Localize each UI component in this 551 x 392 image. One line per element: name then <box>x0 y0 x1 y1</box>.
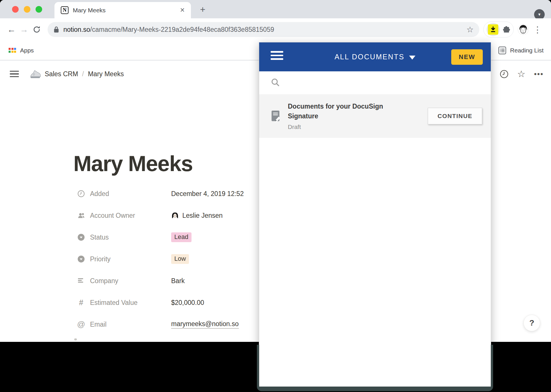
property-row-estimated-value[interactable]: # Estimated Value $20,000.00 <box>77 292 260 313</box>
email-link[interactable]: marymeeks@notion.so <box>171 320 239 329</box>
reload-button[interactable] <box>30 23 43 36</box>
document-title: Documents for your DocuSign Signature <box>288 102 400 121</box>
apps-grid-icon <box>9 48 16 53</box>
number-hash-icon: # <box>77 298 85 307</box>
browser-tab[interactable]: N Mary Meeks × <box>54 2 191 18</box>
continue-button[interactable]: CONTINUE <box>428 108 482 124</box>
screenshot-stage: N Mary Meeks × + ▼ ← → <box>0 0 551 392</box>
priority-badge: Low <box>171 254 189 264</box>
email-at-icon: @ <box>77 320 85 329</box>
reading-list-button[interactable]: Reading List <box>498 46 544 54</box>
docusign-extension-button[interactable] <box>486 23 500 36</box>
property-value-owner[interactable]: Leslie Jensen <box>171 212 223 219</box>
sidebar-menu-icon[interactable] <box>10 71 19 77</box>
property-value-status[interactable]: Lead <box>171 232 192 242</box>
chevron-down-icon: ▼ <box>538 12 541 17</box>
page-more-button[interactable]: ••• <box>534 70 544 79</box>
notion-page-actions: ☆ ••• <box>500 68 544 79</box>
property-label: Company <box>90 277 171 285</box>
docusign-empty-body <box>259 138 491 389</box>
property-label: Account Owner <box>90 212 171 219</box>
url-path: /camacme/Mary-Meeks-2219a2de94fe48eca80f… <box>90 26 274 33</box>
help-button[interactable]: ? <box>523 315 540 331</box>
profile-avatar[interactable] <box>518 24 529 35</box>
select-dropdown-icon <box>77 234 85 241</box>
sneaker-page-icon <box>30 69 41 79</box>
property-value-priority[interactable]: Low <box>171 254 189 264</box>
breadcrumb-root[interactable]: Sales CRM <box>45 70 78 78</box>
property-table: Added December 4, 2019 12:52 Account Own… <box>77 183 260 335</box>
apps-label: Apps <box>20 47 34 54</box>
bookmark-star-icon[interactable]: ☆ <box>463 25 474 34</box>
notion-favicon: N <box>61 6 69 14</box>
question-mark-icon: ? <box>529 318 534 328</box>
property-row-added[interactable]: Added December 4, 2019 12:52 <box>77 183 260 205</box>
breadcrumb-separator: / <box>82 70 84 78</box>
property-label: Status <box>90 234 171 241</box>
url-host: notion.so <box>63 26 90 33</box>
url-text: notion.so/camacme/Mary-Meeks-2219a2de94f… <box>63 26 274 34</box>
property-row-email[interactable]: @ Email marymeeks@notion.so <box>77 313 260 335</box>
document-info: Documents for your DocuSign Signature Dr… <box>288 102 400 130</box>
user-face-icon <box>518 24 529 35</box>
property-label: Added <box>90 190 171 198</box>
text-lines-icon <box>77 278 85 284</box>
owner-avatar <box>171 212 179 219</box>
property-label: Email <box>90 321 171 328</box>
property-value-added[interactable]: December 4, 2019 12:52 <box>171 190 244 198</box>
search-icon <box>271 78 280 87</box>
tab-title: Mary Meeks <box>73 7 105 14</box>
property-value-estimated[interactable]: $20,000.00 <box>171 299 204 307</box>
page-title[interactable]: Mary Meeks <box>73 151 193 176</box>
extensions-puzzle-button[interactable] <box>502 25 511 34</box>
docusign-panel: ALL DOCUMENTS NEW Docu <box>259 42 491 389</box>
window-controls <box>12 0 42 18</box>
browser-toolbar: ← → notion.so/camacme/Mary-Meeks-2219a2d… <box>0 18 551 41</box>
reading-list-label: Reading List <box>510 47 544 54</box>
docusign-search-row[interactable] <box>259 71 491 94</box>
clipped-next-property <box>74 338 77 340</box>
reading-list-icon <box>498 46 506 54</box>
clock-icon <box>500 70 509 79</box>
status-badge: Lead <box>171 232 192 242</box>
docusign-header: ALL DOCUMENTS NEW <box>259 42 491 71</box>
download-extension-icon <box>488 24 498 35</box>
document-status: Draft <box>288 124 400 130</box>
breadcrumb-current[interactable]: Mary Meeks <box>88 70 124 78</box>
apps-shortcut[interactable]: Apps <box>9 47 34 54</box>
tab-close-icon[interactable]: × <box>180 6 185 14</box>
document-draft-icon <box>271 110 281 122</box>
minimize-window-button[interactable] <box>24 6 30 13</box>
property-label: Estimated Value <box>90 299 171 307</box>
new-document-button[interactable]: NEW <box>451 49 483 65</box>
property-row-priority[interactable]: Priority Low <box>77 248 260 270</box>
person-icon <box>77 212 85 219</box>
forward-button[interactable]: → <box>18 23 30 36</box>
back-button[interactable]: ← <box>5 23 18 36</box>
property-row-company[interactable]: Company Bark <box>77 270 260 292</box>
tab-strip: N Mary Meeks × + ▼ <box>0 0 551 18</box>
new-tab-button[interactable]: + <box>197 4 208 15</box>
close-window-button[interactable] <box>12 6 19 13</box>
property-row-status[interactable]: Status Lead <box>77 226 260 248</box>
favorite-star-button[interactable]: ☆ <box>517 68 525 79</box>
clock-icon <box>77 190 85 197</box>
updates-clock-button[interactable] <box>500 70 509 79</box>
document-list-item[interactable]: Documents for your DocuSign Signature Dr… <box>259 94 491 138</box>
browser-menu-button[interactable]: ⋮ <box>533 25 542 35</box>
url-bar[interactable]: notion.so/camacme/Mary-Meeks-2219a2de94f… <box>48 22 479 37</box>
property-row-account-owner[interactable]: Account Owner Lesli <box>77 205 260 226</box>
lock-icon <box>53 26 59 33</box>
zoom-window-button[interactable] <box>36 6 42 13</box>
extensions-area <box>483 21 514 38</box>
reload-icon <box>32 25 41 34</box>
owner-name: Leslie Jensen <box>182 212 223 219</box>
documents-filter-label: ALL DOCUMENTS <box>335 53 405 61</box>
puzzle-icon <box>502 25 511 34</box>
chevron-down-icon <box>409 56 415 60</box>
property-label: Priority <box>90 255 171 263</box>
property-value-company[interactable]: Bark <box>171 277 185 285</box>
select-dropdown-icon <box>77 255 85 263</box>
